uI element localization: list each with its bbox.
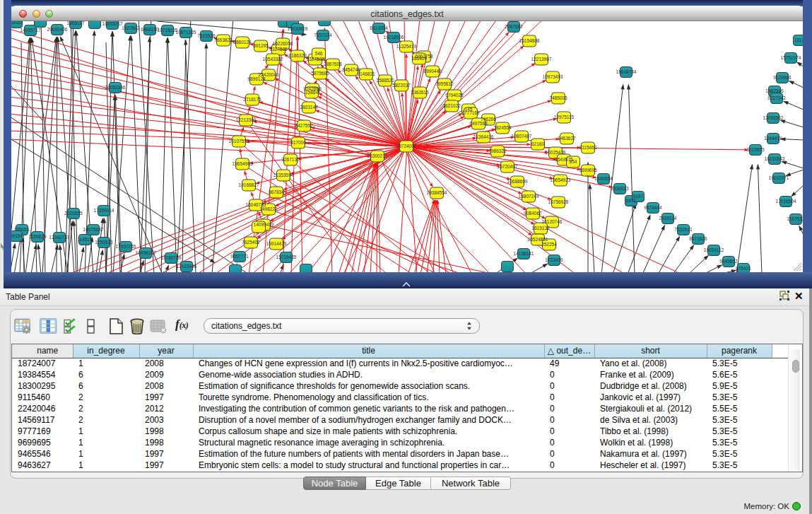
svg-text:3215955: 3215955 <box>746 147 765 152</box>
svg-text:9197: 9197 <box>633 194 644 199</box>
svg-text:11353594: 11353594 <box>273 173 294 177</box>
svg-text:25300215: 25300215 <box>367 153 388 158</box>
svg-text:2087682: 2087682 <box>505 24 523 29</box>
svg-text:6871: 6871 <box>626 198 637 203</box>
svg-text:2718176: 2718176 <box>243 97 261 102</box>
svg-text:19692971: 19692971 <box>769 175 789 180</box>
svg-text:1621022: 1621022 <box>442 103 461 108</box>
svg-text:19384554: 19384554 <box>427 190 447 195</box>
svg-text:546: 546 <box>315 51 323 56</box>
svg-text:2867608: 2867608 <box>324 62 342 66</box>
svg-text:7663822: 7663822 <box>214 37 233 42</box>
svg-text:5822037: 5822037 <box>392 83 411 88</box>
svg-text:39154: 39154 <box>11 233 23 238</box>
svg-text:10543382: 10543382 <box>263 57 283 62</box>
svg-text:114519: 114519 <box>77 237 93 242</box>
svg-text:8938923: 8938923 <box>611 186 629 191</box>
svg-text:1487596: 1487596 <box>765 88 784 93</box>
svg-text:2935114: 2935114 <box>659 216 677 221</box>
svg-text:15716485: 15716485 <box>276 255 297 259</box>
svg-text:1865117: 1865117 <box>67 21 85 25</box>
svg-text:7857224: 7857224 <box>314 33 332 37</box>
svg-text:2803144: 2803144 <box>300 105 318 110</box>
svg-text:17016504: 17016504 <box>776 199 796 204</box>
svg-text:10756928: 10756928 <box>548 199 569 204</box>
svg-text:9463627: 9463627 <box>558 136 576 141</box>
svg-text:7625402: 7625402 <box>242 240 260 245</box>
svg-text:867834: 867834 <box>269 189 284 194</box>
svg-text:9896124: 9896124 <box>247 76 266 81</box>
svg-text:16914479: 16914479 <box>266 241 287 246</box>
svg-text:9084067: 9084067 <box>524 211 542 216</box>
svg-text:15720407: 15720407 <box>498 164 518 169</box>
svg-text:9657771: 9657771 <box>230 254 249 259</box>
svg-text:18724007: 18724007 <box>396 144 417 148</box>
svg-text:10973493: 10973493 <box>543 74 563 79</box>
svg-text:12213967: 12213967 <box>531 57 552 62</box>
svg-text:8471626: 8471626 <box>689 236 707 241</box>
svg-text:10025438: 10025438 <box>546 150 566 155</box>
svg-text:62160: 62160 <box>531 141 544 146</box>
svg-text:835001: 835001 <box>14 227 30 232</box>
svg-text:9474444: 9474444 <box>644 205 662 210</box>
svg-text:15751074: 15751074 <box>781 55 801 60</box>
svg-text:5875685: 5875685 <box>311 71 329 76</box>
svg-text:2020655: 2020655 <box>64 211 83 216</box>
svg-text:16648784: 16648784 <box>616 69 637 74</box>
svg-text:1156829: 1156829 <box>29 234 47 239</box>
svg-text:16154808: 16154808 <box>519 38 540 43</box>
svg-text:8990448: 8990448 <box>423 69 442 74</box>
svg-text:1440954: 1440954 <box>594 176 613 181</box>
svg-text:1244419: 1244419 <box>764 136 782 141</box>
svg-text:1362615: 1362615 <box>411 90 429 95</box>
svg-text:10688609: 10688609 <box>507 179 528 184</box>
svg-text:1527602: 1527602 <box>122 25 140 30</box>
svg-text:417006: 417006 <box>290 140 306 145</box>
svg-text:12213369: 12213369 <box>236 117 257 122</box>
svg-text:19654983: 19654983 <box>233 161 253 166</box>
svg-text:186409: 186409 <box>411 56 427 61</box>
svg-text:14055717: 14055717 <box>20 28 41 33</box>
svg-text:9327508: 9327508 <box>306 57 324 62</box>
svg-text:12923446: 12923446 <box>177 264 197 269</box>
svg-text:10654112: 10654112 <box>704 247 724 252</box>
svg-text:6794028: 6794028 <box>445 93 464 98</box>
svg-text:10807487: 10807487 <box>512 134 532 139</box>
svg-text:15524851: 15524851 <box>528 237 548 242</box>
svg-text:12093582: 12093582 <box>763 115 784 120</box>
svg-text:12975115: 12975115 <box>554 115 575 119</box>
svg-text:6497568: 6497568 <box>469 121 488 126</box>
svg-text:11325419: 11325419 <box>396 44 417 49</box>
svg-text:19218506: 19218506 <box>384 35 404 40</box>
svg-text:8427552: 8427552 <box>295 123 313 128</box>
svg-text:9327505: 9327505 <box>269 47 288 52</box>
svg-text:7986322: 7986322 <box>488 148 507 153</box>
svg-text:19654923: 19654923 <box>551 177 571 182</box>
svg-text:20691406: 20691406 <box>47 27 68 32</box>
svg-text:1250513: 1250513 <box>95 240 113 245</box>
svg-text:15226058: 15226058 <box>273 41 293 46</box>
svg-text:17359914: 17359914 <box>94 208 114 213</box>
svg-text:891295: 891295 <box>253 43 269 48</box>
svg-text:9245652: 9245652 <box>719 259 738 264</box>
svg-text:16055: 16055 <box>11 21 23 25</box>
svg-text:9699695: 9699695 <box>579 168 597 173</box>
svg-text:7955812: 7955812 <box>435 81 454 86</box>
svg-text:854: 854 <box>570 159 577 164</box>
svg-text:21364436: 21364436 <box>473 134 494 139</box>
svg-text:20053346: 20053346 <box>105 85 126 90</box>
svg-text:16782759: 16782759 <box>161 255 182 260</box>
svg-text:1733426: 1733426 <box>545 257 563 262</box>
svg-text:10958107: 10958107 <box>136 250 156 255</box>
svg-text:1167532: 1167532 <box>787 216 803 221</box>
svg-text:1588520: 1588520 <box>376 78 394 83</box>
svg-text:7485003: 7485003 <box>549 95 567 100</box>
svg-text:7632621: 7632621 <box>674 227 693 232</box>
svg-text:9227342: 9227342 <box>767 95 786 100</box>
svg-text:10671355: 10671355 <box>176 30 196 35</box>
svg-text:17957255: 17957255 <box>116 244 136 249</box>
svg-text:3824554: 3824554 <box>493 125 512 130</box>
svg-text:9146821: 9146821 <box>357 71 375 76</box>
svg-text:3267130: 3267130 <box>281 157 300 162</box>
svg-text:9129966: 9129966 <box>773 75 792 80</box>
